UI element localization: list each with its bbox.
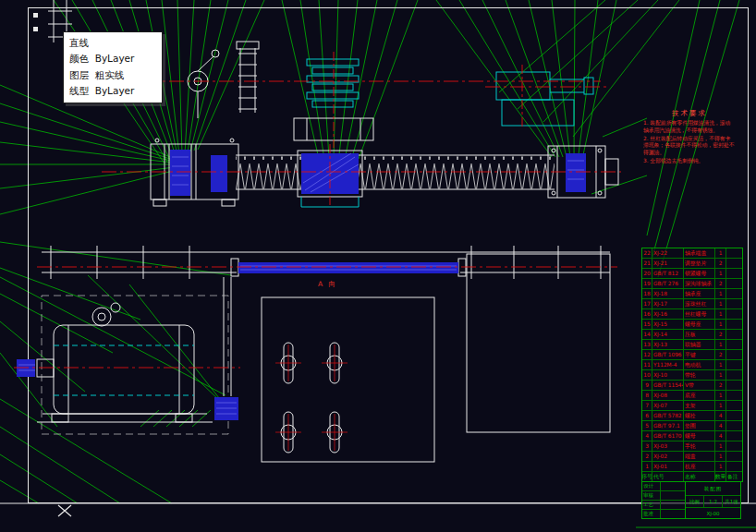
tech-note-line: 1. 装配前所有零件用煤油清洗，滚动轴承用汽油清洗，不得有锈蚀。 bbox=[643, 120, 736, 135]
bom-row: 11Y112M-4电动机1 bbox=[642, 359, 742, 369]
bom-row: 14XJ-14压板2 bbox=[642, 329, 742, 339]
motor-assembly[interactable] bbox=[37, 277, 231, 434]
bom-row: 18XJ-18轴承座1 bbox=[642, 288, 742, 298]
bom-row: 9GB/T 11544V带2 bbox=[642, 380, 742, 390]
bom-row: 16XJ-16丝杠螺母1 bbox=[642, 308, 742, 319]
tech-note-line: 2. 丝杠装配后转动应灵活，不得有卡滞现象；各联接件不得松动，密封处不得漏油。 bbox=[643, 136, 736, 157]
tooltip-entity-type: 直线 bbox=[69, 35, 156, 51]
bom-row: 1XJ-01机座1 bbox=[642, 461, 742, 471]
bom-row: 22XJ-22轴承端盖1 bbox=[642, 248, 742, 258]
tooltip-linetype-row: 线型 ByLayer bbox=[69, 83, 156, 99]
title-block-main: 装配图 比例 1:2 共1张 XJ-00 bbox=[686, 482, 740, 518]
scale-label: 比例 bbox=[686, 496, 703, 507]
title-block-label: 工艺 bbox=[642, 501, 661, 509]
tailstock-body bbox=[496, 72, 550, 100]
drawing-title: 装配图 bbox=[686, 482, 740, 496]
tech-requirements: 技术要求 1. 装配前所有零件用煤油清洗，滚动轴承用汽油清洗，不得有锈蚀。2. … bbox=[643, 109, 736, 166]
bom-header-row: 序号代号名称数量备注 bbox=[642, 471, 742, 481]
bom-table: 22XJ-22轴承端盖121XJ-21调整垫片220GB/T 812锁紧螺母11… bbox=[641, 248, 743, 482]
bom-row: 10XJ-10带轮1 bbox=[642, 369, 742, 380]
bom-row: 15XJ-15螺母座1 bbox=[642, 319, 742, 329]
slot-plate[interactable] bbox=[262, 254, 610, 462]
bom-row: 17XJ-17滚珠丝杠1 bbox=[642, 298, 742, 308]
bom-row: 6GB/T 5782螺栓4 bbox=[642, 410, 742, 420]
tech-requirements-title: 技术要求 bbox=[643, 109, 736, 118]
title-block-label: 批准 bbox=[642, 510, 661, 518]
drawing-number: XJ-00 bbox=[686, 508, 740, 518]
title-block: 设计 审核 工艺 批准 装配图 比例 1:2 共1张 XJ-00 bbox=[641, 481, 741, 519]
bom-row: 3XJ-03手轮1 bbox=[642, 441, 742, 451]
bom-row: 4GB/T 6170螺母4 bbox=[642, 430, 742, 441]
cad-viewport[interactable]: 直线 颜色 ByLayer 图层 粗实线 线型 ByLayer 技术要求 1. … bbox=[0, 0, 756, 532]
title-block-signatures: 设计 审核 工艺 批准 bbox=[642, 482, 686, 518]
tooltip-color-row: 颜色 ByLayer bbox=[69, 51, 156, 66]
view-label: A 向 bbox=[318, 280, 337, 289]
side-panel bbox=[467, 254, 610, 432]
bom-row: 2XJ-02端盖1 bbox=[642, 451, 742, 461]
bom-row: 5GB/T 97.1垫圈4 bbox=[642, 420, 742, 430]
tech-note-line: 3. 全部锐边去毛刺倒钝。 bbox=[643, 158, 736, 165]
scale-value: 1:2 bbox=[703, 496, 722, 507]
cyan-parts[interactable] bbox=[54, 59, 593, 395]
bom-row: 21XJ-21调整垫片2 bbox=[642, 258, 742, 268]
tech-notes-items: 1. 装配前所有零件用煤油清洗，滚动轴承用汽油清洗，不得有锈蚀。2. 丝杠装配后… bbox=[643, 120, 736, 165]
title-block-label: 设计 bbox=[642, 482, 661, 490]
blue-details bbox=[17, 150, 586, 420]
bom-row: 7XJ-07支架1 bbox=[642, 400, 742, 410]
bom-row: 19GB/T 276深沟球轴承2 bbox=[642, 278, 742, 288]
bom-row: 20GB/T 812锁紧螺母1 bbox=[642, 268, 742, 278]
title-block-label: 审核 bbox=[642, 491, 661, 500]
crosshair-cursor[interactable] bbox=[58, 505, 71, 516]
bom-table-rows: 22XJ-22轴承端盖121XJ-21调整垫片220GB/T 812锁紧螺母11… bbox=[642, 248, 742, 481]
bom-row: 12GB/T 1096平键2 bbox=[642, 349, 742, 359]
bom-row: 8XJ-08底座1 bbox=[642, 390, 742, 400]
sheet-count: 共1张 bbox=[722, 496, 740, 507]
tooltip-layer-row: 图层 粗实线 bbox=[69, 67, 156, 83]
bom-row: 13XJ-13联轴器1 bbox=[642, 339, 742, 349]
rollover-tooltip: 直线 颜色 ByLayer 图层 粗实线 线型 ByLayer bbox=[63, 31, 163, 103]
